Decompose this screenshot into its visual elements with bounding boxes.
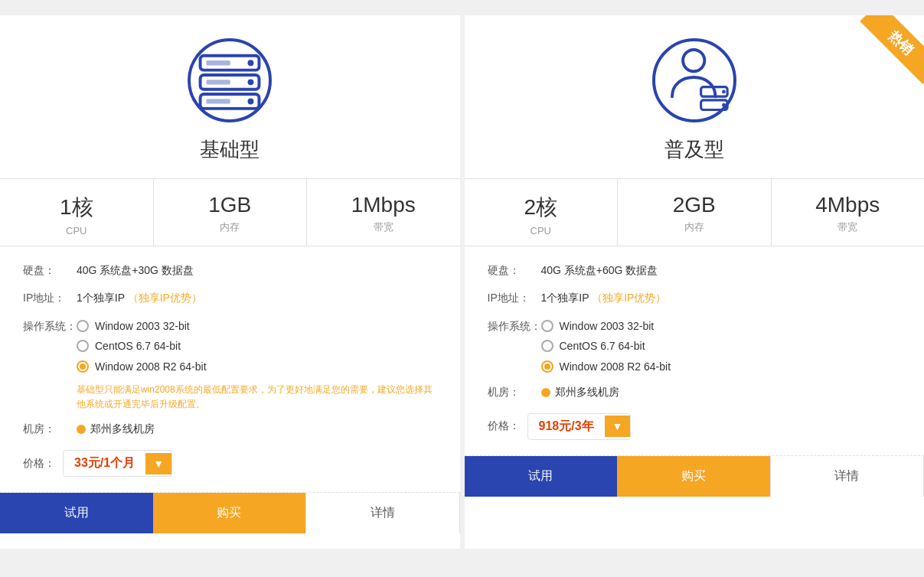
spec-value: 1GB xyxy=(154,193,307,217)
os-label-text: CentOS 6.7 64-bit xyxy=(560,337,645,354)
os-label-text: Window 2008 R2 64-bit xyxy=(95,358,207,375)
ip-value: 1个独享IP （独享IP优势） xyxy=(77,289,202,306)
specs-row: 1核 CPU 1GB 内存 1Mbps 带宽 xyxy=(0,178,460,246)
spec-label: 内存 xyxy=(154,220,307,234)
radio-circle[interactable] xyxy=(77,340,89,352)
disk-row: 硬盘： 40G 系统盘+30G 数据盘 xyxy=(23,262,437,279)
radio-circle[interactable] xyxy=(541,340,553,352)
svg-rect-7 xyxy=(207,80,230,84)
ip-row: IP地址： 1个独享IP （独享IP优势） xyxy=(23,289,437,306)
svg-point-4 xyxy=(248,79,254,85)
datacenter-dot xyxy=(77,425,86,434)
datacenter-label: 机房： xyxy=(488,386,541,399)
actions-row: 试用 购买 详情 xyxy=(0,492,460,533)
price-select[interactable]: 918元/3年 ▼ xyxy=(527,413,632,440)
page-container: 基础型 1核 CPU 1GB 内存 1Mbps 带宽 硬盘： 40G 系统盘+3… xyxy=(0,0,924,549)
os-label: 操作系统： xyxy=(23,318,77,334)
price-label: 价格： xyxy=(23,457,55,471)
detail-button[interactable]: 详情 xyxy=(770,456,925,497)
price-value: 33元/1个月 xyxy=(64,451,145,476)
ip-label: IP地址： xyxy=(488,289,541,306)
os-option[interactable]: Window 2008 R2 64-bit xyxy=(77,358,437,375)
datacenter-dot xyxy=(541,388,550,397)
detail-button[interactable]: 详情 xyxy=(305,493,460,533)
card-icon-circle xyxy=(188,38,272,122)
spec-item: 1Mbps 带宽 xyxy=(307,179,460,246)
trial-button[interactable]: 试用 xyxy=(0,493,153,533)
datacenter-label: 机房： xyxy=(23,422,77,436)
os-options: Window 2003 32-bit CentOS 6.7 64-bit Win… xyxy=(77,318,437,412)
price-dropdown-arrow[interactable]: ▼ xyxy=(605,416,631,437)
disk-row: 硬盘： 40G 系统盘+60G 数据盘 xyxy=(488,262,902,279)
spec-value: 4Mbps xyxy=(772,193,925,217)
svg-point-13 xyxy=(722,103,726,107)
details-section: 硬盘： 40G 系统盘+30G 数据盘 IP地址： 1个独享IP （独享IP优势… xyxy=(0,246,460,436)
ip-label: IP地址： xyxy=(23,289,77,306)
card-title: 普及型 xyxy=(664,136,724,163)
svg-point-5 xyxy=(248,99,254,105)
radio-circle[interactable] xyxy=(541,360,553,373)
price-dropdown-arrow[interactable]: ▼ xyxy=(145,453,171,474)
datacenter-value: 郑州多线机房 xyxy=(90,422,155,436)
svg-point-3 xyxy=(248,60,254,66)
os-option[interactable]: CentOS 6.7 64-bit xyxy=(541,337,671,354)
actions-row: 试用 购买 详情 xyxy=(465,455,925,497)
spec-label: CPU xyxy=(465,225,618,236)
hot-badge-label: 热销 xyxy=(860,15,924,84)
spec-value: 1核 xyxy=(0,193,153,222)
svg-point-9 xyxy=(683,50,704,71)
ip-link[interactable]: （独享IP优势） xyxy=(592,292,666,304)
radio-circle[interactable] xyxy=(77,320,89,332)
details-section: 硬盘： 40G 系统盘+60G 数据盘 IP地址： 1个独享IP （独享IP优势… xyxy=(465,246,925,399)
os-label-text: Window 2003 32-bit xyxy=(95,318,190,334)
spec-item: 2GB 内存 xyxy=(618,179,772,246)
price-label: 价格： xyxy=(488,419,520,433)
svg-rect-6 xyxy=(207,60,230,65)
spec-label: 内存 xyxy=(618,220,771,234)
os-row: 操作系统： Window 2003 32-bit CentOS 6.7 64-b… xyxy=(23,318,437,412)
os-option[interactable]: Window 2003 32-bit xyxy=(77,318,437,334)
specs-row: 2核 CPU 2GB 内存 4Mbps 带宽 xyxy=(465,178,925,246)
spec-value: 2GB xyxy=(618,193,771,217)
price-select[interactable]: 33元/1个月 ▼ xyxy=(63,450,172,477)
card-basic: 基础型 1核 CPU 1GB 内存 1Mbps 带宽 硬盘： 40G 系统盘+3… xyxy=(0,15,460,549)
ip-link[interactable]: （独享IP优势） xyxy=(128,292,202,304)
disk-label: 硬盘： xyxy=(23,262,77,279)
card-icon-circle xyxy=(652,38,736,122)
ip-row: IP地址： 1个独享IP （独享IP优势） xyxy=(488,289,902,306)
os-label-text: CentOS 6.7 64-bit xyxy=(95,337,181,354)
datacenter-value: 郑州多线机房 xyxy=(555,386,619,399)
radio-circle[interactable] xyxy=(77,360,89,373)
spec-item: 2核 CPU xyxy=(465,179,619,246)
ip-value: 1个独享IP （独享IP优势） xyxy=(541,289,667,306)
spec-item: 1GB 内存 xyxy=(154,179,308,246)
datacenter-row: 机房： 郑州多线机房 xyxy=(488,386,902,399)
buy-button[interactable]: 购买 xyxy=(153,493,306,533)
hot-badge: 热销 xyxy=(840,15,924,99)
os-option[interactable]: CentOS 6.7 64-bit xyxy=(77,337,437,354)
os-label-text: Window 2008 R2 64-bit xyxy=(560,358,671,375)
price-row: 价格： 918元/3年 ▼ xyxy=(465,413,925,440)
os-options: Window 2003 32-bit CentOS 6.7 64-bit Win… xyxy=(541,318,671,375)
radio-circle[interactable] xyxy=(541,320,553,332)
spec-value: 2核 xyxy=(465,193,618,222)
os-option[interactable]: Window 2008 R2 64-bit xyxy=(541,358,671,375)
card-title: 基础型 xyxy=(200,136,260,163)
svg-point-12 xyxy=(722,90,726,94)
os-warning: 基础型只能满足win2008系统的最低配置要求，为了更好地满足您的需要，建议您选… xyxy=(77,383,437,412)
os-label-text: Window 2003 32-bit xyxy=(560,318,655,334)
disk-value: 40G 系统盘+30G 数据盘 xyxy=(77,262,194,279)
datacenter-row: 机房： 郑州多线机房 xyxy=(23,422,437,436)
spec-label: CPU xyxy=(0,225,153,236)
os-row: 操作系统： Window 2003 32-bit CentOS 6.7 64-b… xyxy=(488,318,902,375)
spec-label: 带宽 xyxy=(772,220,925,234)
disk-value: 40G 系统盘+60G 数据盘 xyxy=(541,262,658,279)
disk-label: 硬盘： xyxy=(488,262,541,279)
price-row: 价格： 33元/1个月 ▼ xyxy=(0,450,460,477)
price-value: 918元/3年 xyxy=(528,414,605,439)
buy-button[interactable]: 购买 xyxy=(617,456,770,497)
os-option[interactable]: Window 2003 32-bit xyxy=(541,318,671,334)
trial-button[interactable]: 试用 xyxy=(465,456,618,497)
spec-item: 1核 CPU xyxy=(0,179,154,246)
card-header: 基础型 xyxy=(0,15,460,178)
